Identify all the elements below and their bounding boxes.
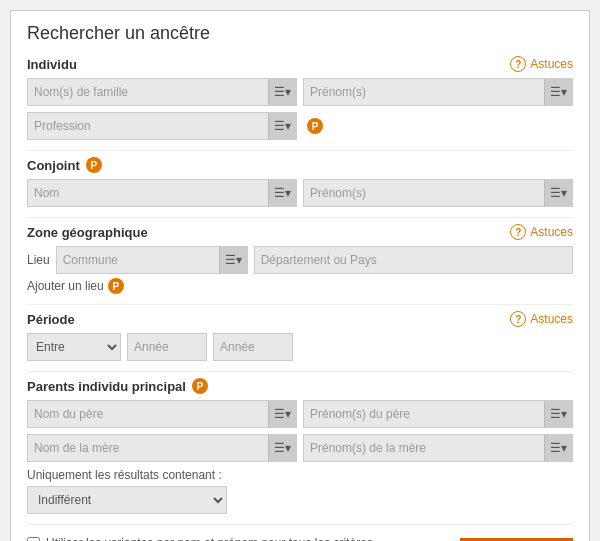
- individu-profession-row: ☰▾ P: [27, 112, 573, 140]
- uniquement-label: Uniquement les résultats contenant :: [27, 468, 573, 482]
- nom-pere-group: ☰▾: [27, 400, 297, 428]
- nom-pere-input[interactable]: [28, 401, 268, 427]
- divider-2: [27, 217, 573, 218]
- divider-5: [27, 524, 573, 525]
- periode-astuces-icon: ?: [510, 311, 526, 327]
- periode-header: Période ? Astuces: [27, 311, 573, 327]
- zone-geo-title: Zone géographique: [27, 225, 148, 240]
- ajouter-lieu-label: Ajouter un lieu: [27, 279, 104, 293]
- uniquement-row: Uniquement les résultats contenant : Ind…: [27, 468, 573, 514]
- conjoint-title-row: Conjoint P: [27, 157, 102, 173]
- bottom-row: Utiliser les variantes par nom et prénom…: [27, 535, 573, 541]
- zone-geo-astuces-icon: ?: [510, 224, 526, 240]
- variantes-label: Utiliser les variantes par nom et prénom…: [46, 536, 373, 541]
- ajouter-lieu-p-badge[interactable]: P: [108, 278, 124, 294]
- lieu-label: Lieu: [27, 253, 50, 267]
- prenom-individu-group: ☰▾: [303, 78, 573, 106]
- search-form: Rechercher un ancêtre Individu ? Astuces…: [10, 10, 590, 541]
- conjoint-name-row: ☰▾ ☰▾: [27, 179, 573, 207]
- variantes-checkbox[interactable]: [27, 537, 40, 541]
- individu-name-row: ☰▾ ☰▾: [27, 78, 573, 106]
- parents-mere-row: ☰▾ ☰▾: [27, 434, 573, 462]
- periode-astuces-link[interactable]: ? Astuces: [510, 311, 573, 327]
- prenom-individu-input[interactable]: [304, 79, 544, 105]
- entre-select[interactable]: Entre Avant Après Exactement: [27, 333, 121, 361]
- individu-astuces-label: Astuces: [530, 57, 573, 71]
- divider-3: [27, 304, 573, 305]
- nom-mere-menu-btn[interactable]: ☰▾: [268, 435, 296, 461]
- nom-famille-group: ☰▾: [27, 78, 297, 106]
- page-title: Rechercher un ancêtre: [27, 23, 573, 44]
- individu-astuces-icon: ?: [510, 56, 526, 72]
- conjoint-nom-menu-btn[interactable]: ☰▾: [268, 180, 296, 206]
- conjoint-header: Conjoint P: [27, 157, 573, 173]
- prenom-individu-menu-btn[interactable]: ☰▾: [544, 79, 572, 105]
- parents-p-badge[interactable]: P: [192, 378, 208, 394]
- annee2-input[interactable]: [213, 333, 293, 361]
- parents-section: Parents individu principal P ☰▾ ☰▾ ☰▾ ☰▾: [27, 378, 573, 514]
- variantes-checkbox-row: Utiliser les variantes par nom et prénom…: [27, 535, 460, 541]
- zone-geo-section: Zone géographique ? Astuces Lieu ☰▾ Ajou…: [27, 224, 573, 294]
- parents-header: Parents individu principal P: [27, 378, 573, 394]
- conjoint-nom-input[interactable]: [28, 180, 268, 206]
- conjoint-nom-group: ☰▾: [27, 179, 297, 207]
- parents-title-row: Parents individu principal P: [27, 378, 208, 394]
- profession-p-badge-wrapper: P: [303, 112, 323, 140]
- periode-inputs-row: Entre Avant Après Exactement: [27, 333, 573, 361]
- nom-mere-group: ☰▾: [27, 434, 297, 462]
- parents-title: Parents individu principal: [27, 379, 186, 394]
- individu-section: Individu ? Astuces ☰▾ ☰▾ ☰▾ P: [27, 56, 573, 140]
- conjoint-title: Conjoint: [27, 158, 80, 173]
- divider-1: [27, 150, 573, 151]
- zone-geo-header: Zone géographique ? Astuces: [27, 224, 573, 240]
- profession-p-badge[interactable]: P: [307, 118, 323, 134]
- prenom-pere-menu-btn[interactable]: ☰▾: [544, 401, 572, 427]
- prenom-pere-input[interactable]: [304, 401, 544, 427]
- profession-menu-btn[interactable]: ☰▾: [268, 113, 296, 139]
- annee1-input[interactable]: [127, 333, 207, 361]
- commune-menu-btn[interactable]: ☰▾: [219, 247, 247, 273]
- nom-pere-menu-btn[interactable]: ☰▾: [268, 401, 296, 427]
- ajouter-lieu-row: Ajouter un lieu P: [27, 278, 573, 294]
- periode-astuces-label: Astuces: [530, 312, 573, 326]
- parents-pere-row: ☰▾ ☰▾: [27, 400, 573, 428]
- prenom-mere-menu-btn[interactable]: ☰▾: [544, 435, 572, 461]
- lieu-row: Lieu ☰▾: [27, 246, 573, 274]
- conjoint-prenom-group: ☰▾: [303, 179, 573, 207]
- individu-title: Individu: [27, 57, 77, 72]
- periode-title: Période: [27, 312, 75, 327]
- commune-input[interactable]: [57, 247, 219, 273]
- conjoint-prenom-input[interactable]: [304, 180, 544, 206]
- prenom-mere-input[interactable]: [304, 435, 544, 461]
- prenom-pere-group: ☰▾: [303, 400, 573, 428]
- divider-4: [27, 371, 573, 372]
- zone-geo-astuces-link[interactable]: ? Astuces: [510, 224, 573, 240]
- departement-input[interactable]: [254, 246, 573, 274]
- profession-group: ☰▾: [27, 112, 297, 140]
- nom-famille-input[interactable]: [28, 79, 268, 105]
- profession-input[interactable]: [28, 113, 268, 139]
- individu-title-row: Individu: [27, 57, 77, 72]
- conjoint-p-badge[interactable]: P: [86, 157, 102, 173]
- conjoint-section: Conjoint P ☰▾ ☰▾: [27, 157, 573, 207]
- commune-group: ☰▾: [56, 246, 248, 274]
- individu-header: Individu ? Astuces: [27, 56, 573, 72]
- conjoint-prenom-menu-btn[interactable]: ☰▾: [544, 180, 572, 206]
- prenom-mere-group: ☰▾: [303, 434, 573, 462]
- individu-astuces-link[interactable]: ? Astuces: [510, 56, 573, 72]
- nom-famille-menu-btn[interactable]: ☰▾: [268, 79, 296, 105]
- indifferent-select[interactable]: Indifférent Avec parents Sans parents: [27, 486, 227, 514]
- nom-mere-input[interactable]: [28, 435, 268, 461]
- periode-section: Période ? Astuces Entre Avant Après Exac…: [27, 311, 573, 361]
- zone-geo-astuces-label: Astuces: [530, 225, 573, 239]
